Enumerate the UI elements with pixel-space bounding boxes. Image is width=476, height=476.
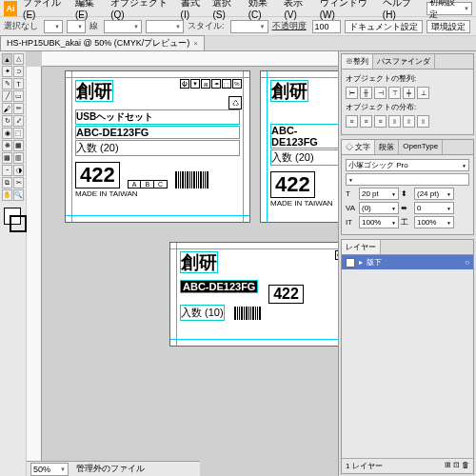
origin-text[interactable]: MADE IN TAIWAN [270, 199, 338, 208]
mesh-tool-icon[interactable]: ▩ [2, 152, 12, 164]
tab-pathfinder[interactable]: パスファインダ [373, 54, 435, 69]
fill-swatch[interactable] [44, 20, 63, 33]
gradient-tool-icon[interactable]: ▥ [13, 152, 24, 164]
menu-edit[interactable]: 編集(E) [75, 0, 103, 20]
artboard-1[interactable]: 創研 ⏻ ▼ Ⅲ ☂ ⬚ % ♺ USBヘッドセット ABC-DE123FG 入… [65, 70, 250, 223]
zoom-tool-icon[interactable]: 🔍 [13, 189, 24, 201]
model-number[interactable]: ABC-DE123FG [270, 124, 338, 149]
layer-actions[interactable]: ⊞ ⊡ 🗑 [445, 461, 469, 471]
tracking-input[interactable]: 0 [414, 202, 454, 214]
align-hcenter-icon[interactable]: ╫ [360, 87, 372, 99]
align-vcenter-icon[interactable]: ╪ [403, 87, 415, 99]
zoom-select[interactable]: 50% [30, 463, 69, 476]
align-bottom-icon[interactable]: ⊥ [417, 87, 429, 99]
lot-number[interactable]: 422 [270, 171, 315, 198]
selection-tool-icon[interactable]: ▲ [2, 53, 12, 65]
stroke-swatch[interactable] [67, 20, 86, 33]
menu-help[interactable]: ヘルプ(H) [383, 0, 420, 20]
blend-tool-icon[interactable]: ◑ [13, 165, 24, 176]
canvas[interactable]: 創研 ⏻ ▼ Ⅲ ☂ ⬚ % ♺ USBヘッドセット ABC-DE123FG 入… [27, 51, 338, 476]
brush-tool-icon[interactable]: 🖌 [2, 103, 12, 114]
free-transform-icon[interactable]: ⬚ [13, 128, 24, 139]
dist-left-icon[interactable]: ⫴ [388, 115, 401, 128]
quantity-text[interactable]: 入数 (20) [270, 149, 338, 166]
hscale-input[interactable]: 100% [414, 216, 454, 228]
product-name[interactable]: USBヘッドセット [75, 109, 240, 125]
direct-select-tool-icon[interactable]: △ [13, 53, 24, 65]
ruler-vertical[interactable] [27, 67, 42, 476]
visibility-icon[interactable] [346, 258, 355, 268]
menu-window[interactable]: ウィンドウ(W) [320, 0, 375, 20]
quantity-text[interactable]: 入数 (10) [180, 305, 225, 321]
rotate-tool-icon[interactable]: ↻ [2, 115, 12, 127]
eyedropper-tool-icon[interactable]: ⁃ [2, 165, 12, 176]
menu-file[interactable]: ファイル(E) [23, 0, 68, 20]
menu-object[interactable]: オブジェクト(Q) [110, 0, 172, 20]
lot-number[interactable]: 422 [75, 162, 120, 188]
model-number[interactable]: ABC-DE123FG [75, 126, 240, 139]
brush-select[interactable] [146, 20, 184, 33]
barcode[interactable] [234, 307, 261, 320]
tab-layers[interactable]: レイヤー [342, 240, 381, 254]
rect-tool-icon[interactable]: ▭ [13, 90, 24, 102]
font-family-select[interactable]: 小塚ゴシック Pro [346, 159, 469, 171]
symbol-tool-icon[interactable]: ❋ [2, 140, 12, 151]
menu-type[interactable]: 書式(I) [181, 0, 206, 20]
scale-tool-icon[interactable]: ⤢ [13, 115, 24, 127]
align-right-icon[interactable]: ⊣ [374, 87, 387, 99]
hand-tool-icon[interactable]: ✋ [2, 189, 12, 201]
workspace-preset-select[interactable]: 初期設定 [426, 2, 472, 15]
tab-character[interactable]: ◇ 文字 [342, 140, 375, 154]
lot-number[interactable]: 422 [268, 285, 304, 304]
menu-view[interactable]: 表示(V) [284, 0, 311, 20]
barcode[interactable] [175, 171, 208, 188]
model-number-inverted[interactable]: ABC-DE123FG [180, 280, 258, 293]
dist-bottom-icon[interactable]: ≡ [374, 115, 387, 128]
lasso-tool-icon[interactable]: ⊃ [13, 66, 24, 77]
vscale-input[interactable]: 100% [359, 216, 399, 228]
align-top-icon[interactable]: ⊤ [388, 87, 401, 99]
tab-opentype[interactable]: OpenType [399, 140, 443, 154]
warp-tool-icon[interactable]: ◉ [2, 128, 12, 139]
line-tool-icon[interactable]: ╱ [2, 90, 12, 102]
type-tool-icon[interactable]: T [13, 78, 24, 89]
dist-vcenter-icon[interactable]: ≡ [360, 115, 372, 128]
expand-icon[interactable]: ▸ [359, 258, 363, 267]
brand-text[interactable]: 創研 [75, 80, 113, 102]
stroke-weight-select[interactable] [104, 20, 142, 33]
brand-text[interactable]: 創研 [180, 251, 218, 273]
preferences-button[interactable]: 環境設定 [426, 20, 470, 33]
artboard-3[interactable]: 創研 ⏻ Ⅲ ☂ ABC-DE123FG 422 入数 (10) [169, 242, 338, 347]
dist-right-icon[interactable]: ⫴ [417, 115, 429, 128]
pencil-tool-icon[interactable]: ✏ [13, 103, 24, 114]
doc-setup-button[interactable]: ドキュメント設定 [345, 20, 423, 33]
align-left-icon[interactable]: ⊢ [346, 87, 358, 99]
opacity-input[interactable] [312, 20, 341, 33]
color-swatches[interactable] [2, 206, 24, 246]
graph-tool-icon[interactable]: ▦ [13, 140, 24, 151]
quantity-text[interactable]: 入数 (20) [75, 140, 240, 156]
style-select[interactable] [230, 20, 268, 33]
slice-tool-icon[interactable]: ⧉ [2, 177, 12, 188]
font-size-input[interactable]: 20 pt [359, 188, 399, 200]
origin-text[interactable]: MADE IN TAIWAN [75, 189, 240, 198]
small-table[interactable]: A B C [128, 180, 168, 188]
close-tab-icon[interactable]: × [193, 39, 198, 48]
artboard-2[interactable]: 創研 ABC-DE123FG 入数 (20) 422 MADE IN TAIWA… [260, 70, 338, 223]
dist-hcenter-icon[interactable]: ⫴ [403, 115, 415, 128]
kerning-input[interactable]: (0) [359, 202, 399, 214]
brand-text[interactable]: 創研 [270, 80, 308, 102]
ruler-horizontal[interactable] [42, 51, 338, 67]
tab-align[interactable]: ※整列 [342, 54, 373, 69]
leading-input[interactable]: (24 pt) [414, 188, 454, 200]
wand-tool-icon[interactable]: ✦ [2, 66, 12, 77]
layer-row[interactable]: ▸ 版下 ○ [342, 255, 473, 269]
pen-tool-icon[interactable]: ✎ [2, 78, 12, 89]
font-style-select[interactable] [346, 173, 469, 186]
tab-paragraph[interactable]: 段落 [375, 140, 399, 154]
dist-top-icon[interactable]: ≡ [346, 115, 358, 128]
menu-select[interactable]: 選択(S) [212, 0, 240, 20]
scissors-tool-icon[interactable]: ✂ [13, 177, 24, 188]
document-tab[interactable]: HS-HP15UBK_akai @ 50% (CMYK/プレビュー) × [0, 35, 205, 51]
menu-effect[interactable]: 効果(C) [248, 0, 277, 20]
